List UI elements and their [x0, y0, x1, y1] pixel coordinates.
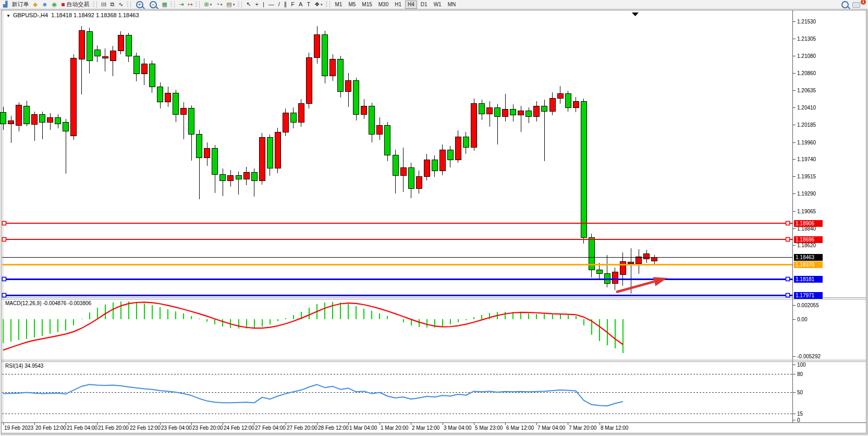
pane-borders — [2, 10, 866, 433]
price-chart[interactable] — [0, 0, 868, 436]
